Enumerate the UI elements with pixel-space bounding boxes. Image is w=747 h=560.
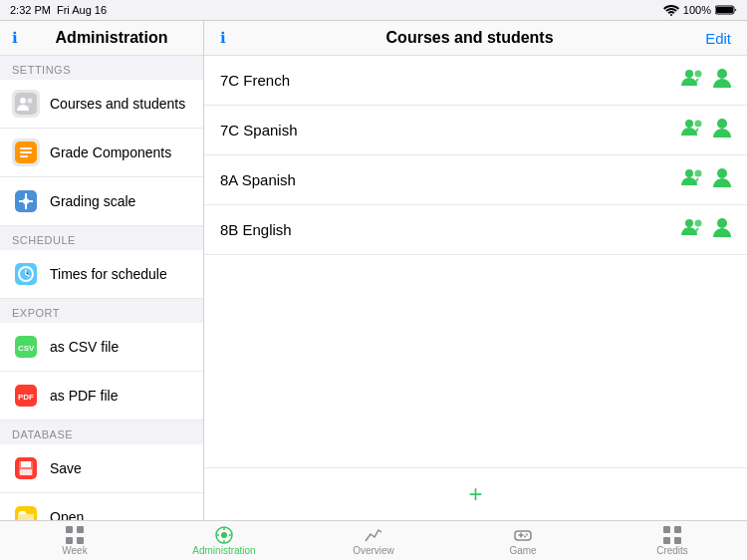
svg-point-48 [524, 535, 526, 537]
svg-point-29 [695, 71, 702, 78]
credits-tab-label: Credits [656, 545, 688, 556]
status-left: 2:32 PM Fri Aug 16 [10, 4, 107, 16]
svg-point-4 [20, 98, 26, 104]
sidebar: ℹ Administration SETTINGS Courses and st… [0, 21, 204, 520]
course-icons [681, 217, 731, 242]
tab-credits[interactable]: Credits [598, 521, 747, 560]
content-title: Courses and students [234, 29, 705, 47]
sidebar-item-open[interactable]: Open [0, 493, 203, 520]
svg-rect-20 [21, 461, 31, 467]
person-icon [713, 167, 731, 192]
svg-rect-9 [20, 155, 28, 157]
svg-text:PDF: PDF [18, 393, 34, 402]
game-tab-icon [514, 526, 532, 544]
svg-point-36 [717, 168, 727, 178]
sidebar-header: ℹ Administration [0, 21, 203, 56]
group-icon [681, 118, 705, 142]
csv-label: as CSV file [50, 339, 119, 355]
person-icon [713, 118, 731, 142]
svg-point-39 [717, 218, 727, 228]
sidebar-item-times[interactable]: Times for schedule [0, 250, 203, 299]
people-icon [12, 90, 40, 118]
pdf-label: as PDF file [50, 388, 118, 404]
table-row[interactable]: 7C French [204, 56, 747, 106]
courses-label: Courses and students [50, 96, 185, 112]
grade-icon [12, 139, 40, 166]
svg-point-5 [28, 99, 33, 104]
times-label: Times for schedule [50, 266, 167, 282]
svg-rect-7 [20, 147, 32, 149]
course-icons [681, 68, 731, 93]
open-label: Open [50, 509, 84, 520]
content-info-icon[interactable]: ℹ [220, 29, 226, 47]
open-icon [12, 503, 40, 520]
svg-rect-50 [674, 526, 681, 533]
overview-tab-icon [365, 526, 382, 544]
sidebar-item-csv[interactable]: CSV as CSV file [0, 323, 203, 372]
week-tab-label: Week [62, 545, 87, 556]
group-icon [681, 68, 705, 93]
scale-icon [12, 187, 40, 215]
svg-rect-51 [663, 537, 670, 544]
tab-game[interactable]: Game [448, 521, 598, 560]
svg-rect-52 [674, 537, 681, 544]
sidebar-item-grade[interactable]: Grade Components [0, 129, 203, 177]
status-bar: 2:32 PM Fri Aug 16 100% [0, 0, 747, 20]
svg-point-37 [685, 219, 693, 227]
sidebar-title: Administration [32, 29, 191, 47]
game-tab-label: Game [509, 545, 536, 556]
svg-text:CSV: CSV [18, 344, 35, 353]
svg-point-30 [717, 69, 727, 79]
svg-rect-41 [77, 526, 84, 533]
svg-rect-40 [66, 526, 73, 533]
svg-point-47 [526, 533, 528, 535]
admin-tab-label: Administration [192, 545, 255, 556]
sidebar-item-scale[interactable]: Grading scale [0, 177, 203, 226]
svg-rect-8 [20, 151, 32, 153]
svg-rect-2 [716, 7, 733, 13]
svg-point-32 [695, 121, 702, 128]
svg-point-45 [221, 532, 227, 538]
person-icon [713, 68, 731, 93]
tab-week[interactable]: Week [0, 521, 149, 560]
time: 2:32 PM [10, 4, 51, 16]
sidebar-item-pdf[interactable]: PDF as PDF file [0, 372, 203, 420]
sidebar-info-icon[interactable]: ℹ [12, 29, 32, 47]
svg-point-35 [695, 170, 702, 177]
table-row[interactable]: 8B English [204, 205, 747, 255]
tab-administration[interactable]: Administration [149, 521, 299, 560]
grade-label: Grade Components [50, 144, 171, 160]
save-icon [12, 454, 40, 482]
add-course-button[interactable]: + [204, 467, 747, 520]
svg-point-0 [670, 14, 672, 16]
add-icon: + [468, 480, 482, 508]
table-row[interactable]: 7C Spanish [204, 106, 747, 155]
section-export-label: EXPORT [0, 299, 203, 323]
admin-tab-icon [215, 526, 233, 544]
course-name: 8A Spanish [220, 171, 681, 188]
svg-rect-49 [663, 526, 670, 533]
group-icon [681, 217, 705, 242]
course-icons [681, 118, 731, 142]
svg-point-31 [685, 120, 693, 128]
battery-icon [715, 4, 737, 16]
tab-overview[interactable]: Overview [299, 521, 448, 560]
group-icon [681, 167, 705, 192]
svg-point-33 [717, 119, 727, 129]
course-list: 7C French 7C Span [204, 56, 747, 467]
svg-point-28 [685, 70, 693, 78]
date: Fri Aug 16 [57, 4, 107, 16]
wifi-icon [663, 4, 679, 16]
signal-strength: 100% [683, 4, 711, 16]
course-name: 8B English [220, 221, 681, 238]
sidebar-item-save[interactable]: Save [0, 444, 203, 493]
tab-bar: Week Administration Overview Game Cr [0, 520, 747, 560]
credits-tab-icon [663, 526, 681, 544]
sidebar-item-courses[interactable]: Courses and students [0, 80, 203, 129]
table-row[interactable]: 8A Spanish [204, 155, 747, 205]
svg-rect-43 [77, 537, 84, 544]
edit-button[interactable]: Edit [705, 30, 731, 47]
main-container: ℹ Administration SETTINGS Courses and st… [0, 20, 747, 520]
content-area: ℹ Courses and students Edit 7C French [204, 21, 747, 520]
content-header: ℹ Courses and students Edit [204, 21, 747, 56]
